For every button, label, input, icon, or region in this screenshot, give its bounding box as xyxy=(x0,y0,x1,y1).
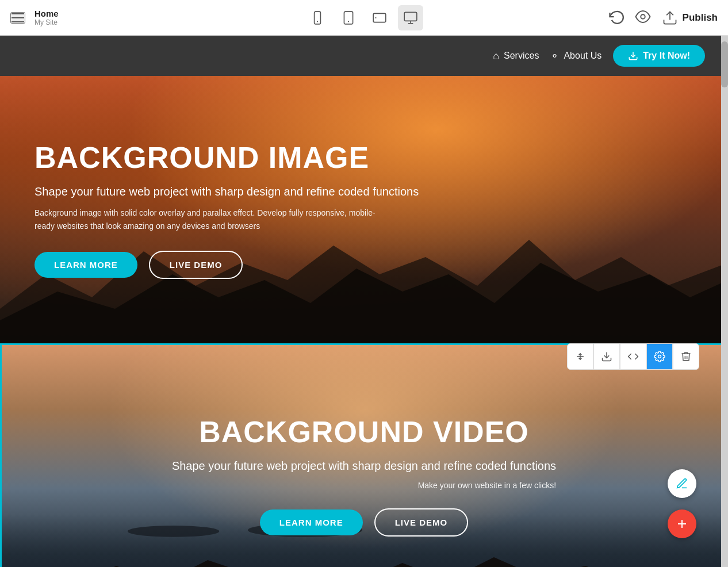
mobile-device-btn[interactable] xyxy=(305,5,330,30)
site-nav: ⌂ Services ⚬ About Us Try It Now! xyxy=(0,36,728,76)
toolbar-settings-btn[interactable] xyxy=(646,343,673,370)
section1-title: BACKGROUND IMAGE xyxy=(35,140,419,175)
section1-buttons: LEARN MORE LIVE DEMO xyxy=(35,251,419,279)
nav-item-about[interactable]: ⚬ About Us xyxy=(550,49,601,62)
editor-bar: Home My Site xyxy=(0,0,728,36)
publish-label: Publish xyxy=(683,12,718,24)
site-info: Home My Site xyxy=(35,9,59,26)
device-icons xyxy=(305,5,423,30)
section2-live-demo-btn[interactable]: LIVE DEMO xyxy=(374,508,469,537)
editor-bar-right: Publish xyxy=(608,8,718,28)
scrollbar[interactable] xyxy=(721,36,728,567)
svg-rect-0 xyxy=(315,12,321,24)
fab-edit-button[interactable] xyxy=(668,469,696,498)
rocks-silhouette xyxy=(2,537,726,567)
undo-button[interactable] xyxy=(608,8,624,28)
desktop-device-btn[interactable] xyxy=(398,5,423,30)
section2-tagline: Make your own website in a few clicks! xyxy=(172,481,556,490)
main-area: ⌂ Services ⚬ About Us Try It Now! BAC xyxy=(0,36,728,567)
section1-live-demo-btn[interactable]: LIVE DEMO xyxy=(149,251,243,279)
hero-content-2: BACKGROUND VIDEO Shape your future web p… xyxy=(149,415,579,537)
page-title: Home xyxy=(35,9,59,18)
svg-point-17 xyxy=(658,355,661,358)
editor-bar-left: Home My Site xyxy=(10,9,59,26)
toolbar-move-btn[interactable] xyxy=(567,343,593,370)
section2-title: BACKGROUND VIDEO xyxy=(172,415,556,449)
hero-section-2: BACKGROUND VIDEO Shape your future web p… xyxy=(0,343,728,567)
section2-learn-more-btn[interactable]: LEARN MORE xyxy=(260,509,363,535)
nav-services-label: Services xyxy=(504,51,539,61)
section2-subtitle: Shape your future web project with sharp… xyxy=(172,459,556,473)
section1-learn-more-btn[interactable]: LEARN MORE xyxy=(35,252,137,278)
nav-about-label: About Us xyxy=(564,51,601,61)
section2-buttons: LEARN MORE LIVE DEMO xyxy=(172,508,556,537)
hero-section-1: BACKGROUND IMAGE Shape your future web p… xyxy=(0,76,728,343)
tablet-device-btn[interactable] xyxy=(336,5,361,30)
section-toolbar xyxy=(567,343,699,370)
hero-content-1: BACKGROUND IMAGE Shape your future web p… xyxy=(0,140,453,279)
site-name: My Site xyxy=(35,18,59,26)
svg-point-9 xyxy=(641,14,645,19)
preview-button[interactable] xyxy=(634,8,652,27)
toolbar-download-btn[interactable] xyxy=(593,343,620,370)
svg-marker-20 xyxy=(2,557,726,567)
section1-description: Background image with solid color overla… xyxy=(35,206,380,232)
home-icon: ⌂ xyxy=(493,50,499,62)
hamburger-button[interactable] xyxy=(10,12,25,24)
svg-rect-6 xyxy=(404,12,417,21)
fab-add-button[interactable] xyxy=(668,509,696,538)
svg-rect-2 xyxy=(344,12,352,24)
scrollbar-thumb[interactable] xyxy=(721,41,728,87)
try-it-now-button[interactable]: Try It Now! xyxy=(613,45,705,67)
try-now-label: Try It Now! xyxy=(643,51,690,61)
section1-subtitle: Shape your future web project with sharp… xyxy=(35,185,419,198)
toolbar-delete-btn[interactable] xyxy=(673,343,699,370)
toolbar-code-btn[interactable] xyxy=(620,343,646,370)
tablet-landscape-device-btn[interactable] xyxy=(367,5,392,30)
search-icon: ⚬ xyxy=(550,49,559,62)
publish-button[interactable]: Publish xyxy=(662,10,718,26)
nav-item-services[interactable]: ⌂ Services xyxy=(493,50,539,62)
